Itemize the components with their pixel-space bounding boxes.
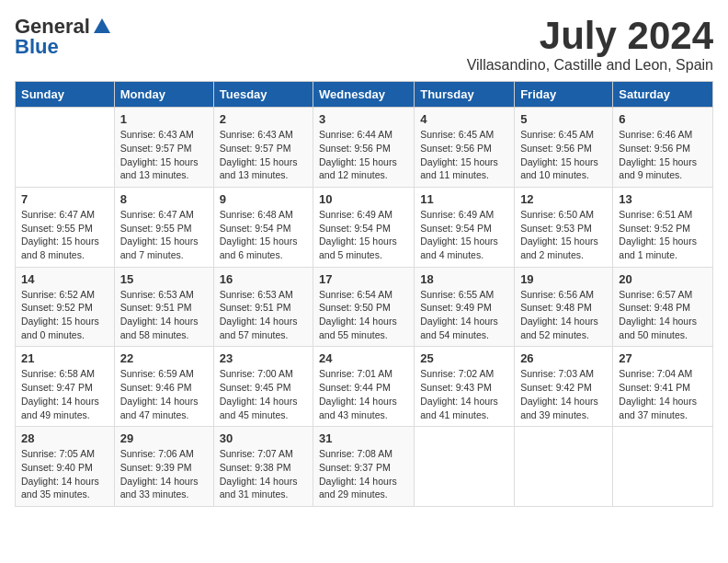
- day-number: 8: [120, 192, 208, 206]
- day-number: 5: [520, 112, 607, 126]
- svg-marker-0: [94, 18, 110, 33]
- day-info: Sunrise: 7:08 AM Sunset: 9:37 PM Dayligh…: [319, 447, 408, 501]
- day-number: 26: [520, 351, 607, 365]
- day-info: Sunrise: 6:45 AM Sunset: 9:56 PM Dayligh…: [420, 128, 508, 182]
- day-info: Sunrise: 6:58 AM Sunset: 9:47 PM Dayligh…: [21, 367, 108, 421]
- calendar-cell: 27Sunrise: 7:04 AM Sunset: 9:41 PM Dayli…: [613, 347, 713, 427]
- weekday-header-cell: Friday: [515, 82, 613, 108]
- location-subtitle: Villasandino, Castille and Leon, Spain: [467, 57, 713, 74]
- calendar-cell: 5Sunrise: 6:45 AM Sunset: 9:56 PM Daylig…: [515, 108, 613, 188]
- calendar-cell: 7Sunrise: 6:47 AM Sunset: 9:55 PM Daylig…: [16, 187, 115, 267]
- day-info: Sunrise: 6:57 AM Sunset: 9:48 PM Dayligh…: [619, 288, 707, 342]
- day-info: Sunrise: 6:46 AM Sunset: 9:56 PM Dayligh…: [619, 128, 707, 182]
- day-number: 31: [319, 431, 408, 445]
- day-info: Sunrise: 6:43 AM Sunset: 9:57 PM Dayligh…: [120, 128, 208, 182]
- day-number: 20: [619, 272, 707, 286]
- day-info: Sunrise: 6:52 AM Sunset: 9:52 PM Dayligh…: [21, 288, 108, 342]
- day-info: Sunrise: 6:59 AM Sunset: 9:46 PM Dayligh…: [120, 367, 208, 421]
- day-number: 14: [21, 272, 108, 286]
- day-number: 7: [21, 192, 108, 206]
- day-number: 13: [619, 192, 707, 206]
- day-info: Sunrise: 6:49 AM Sunset: 9:54 PM Dayligh…: [420, 208, 508, 262]
- weekday-header-cell: Tuesday: [213, 82, 313, 108]
- calendar-week-row: 14Sunrise: 6:52 AM Sunset: 9:52 PM Dayli…: [16, 267, 713, 347]
- day-info: Sunrise: 6:47 AM Sunset: 9:55 PM Dayligh…: [120, 208, 208, 262]
- logo: General Blue: [15, 15, 112, 59]
- calendar-cell: 17Sunrise: 6:54 AM Sunset: 9:50 PM Dayli…: [313, 267, 415, 347]
- day-number: 25: [420, 351, 508, 365]
- day-number: 11: [420, 192, 508, 206]
- day-number: 29: [120, 431, 208, 445]
- day-info: Sunrise: 6:56 AM Sunset: 9:48 PM Dayligh…: [520, 288, 607, 342]
- day-number: 28: [21, 431, 108, 445]
- calendar-cell: 1Sunrise: 6:43 AM Sunset: 9:57 PM Daylig…: [114, 108, 213, 188]
- day-number: 19: [520, 272, 607, 286]
- calendar-cell: [515, 427, 613, 507]
- calendar-cell: 10Sunrise: 6:49 AM Sunset: 9:54 PM Dayli…: [313, 187, 415, 267]
- day-number: 16: [220, 272, 307, 286]
- weekday-header-cell: Thursday: [415, 82, 515, 108]
- day-info: Sunrise: 6:54 AM Sunset: 9:50 PM Dayligh…: [319, 288, 408, 342]
- day-info: Sunrise: 7:05 AM Sunset: 9:40 PM Dayligh…: [21, 447, 108, 501]
- day-info: Sunrise: 6:51 AM Sunset: 9:52 PM Dayligh…: [619, 208, 707, 262]
- calendar-cell: 24Sunrise: 7:01 AM Sunset: 9:44 PM Dayli…: [313, 347, 415, 427]
- day-number: 2: [220, 112, 307, 126]
- calendar-cell: 30Sunrise: 7:07 AM Sunset: 9:38 PM Dayli…: [213, 427, 313, 507]
- day-info: Sunrise: 6:50 AM Sunset: 9:53 PM Dayligh…: [520, 208, 607, 262]
- day-info: Sunrise: 6:47 AM Sunset: 9:55 PM Dayligh…: [21, 208, 108, 262]
- calendar-cell: [16, 108, 115, 188]
- calendar-cell: 14Sunrise: 6:52 AM Sunset: 9:52 PM Dayli…: [16, 267, 115, 347]
- day-info: Sunrise: 6:43 AM Sunset: 9:57 PM Dayligh…: [220, 128, 307, 182]
- day-number: 21: [21, 351, 108, 365]
- calendar-cell: 22Sunrise: 6:59 AM Sunset: 9:46 PM Dayli…: [114, 347, 213, 427]
- calendar-table: SundayMondayTuesdayWednesdayThursdayFrid…: [15, 81, 713, 507]
- day-info: Sunrise: 6:55 AM Sunset: 9:49 PM Dayligh…: [420, 288, 508, 342]
- calendar-cell: 31Sunrise: 7:08 AM Sunset: 9:37 PM Dayli…: [313, 427, 415, 507]
- day-number: 3: [319, 112, 408, 126]
- calendar-cell: 9Sunrise: 6:48 AM Sunset: 9:54 PM Daylig…: [213, 187, 313, 267]
- day-info: Sunrise: 7:01 AM Sunset: 9:44 PM Dayligh…: [319, 367, 408, 421]
- day-number: 18: [420, 272, 508, 286]
- day-info: Sunrise: 7:00 AM Sunset: 9:45 PM Dayligh…: [220, 367, 307, 421]
- calendar-cell: 18Sunrise: 6:55 AM Sunset: 9:49 PM Dayli…: [415, 267, 515, 347]
- calendar-week-row: 28Sunrise: 7:05 AM Sunset: 9:40 PM Dayli…: [16, 427, 713, 507]
- day-number: 22: [120, 351, 208, 365]
- day-info: Sunrise: 6:44 AM Sunset: 9:56 PM Dayligh…: [319, 128, 408, 182]
- day-number: 6: [619, 112, 707, 126]
- calendar-cell: 11Sunrise: 6:49 AM Sunset: 9:54 PM Dayli…: [415, 187, 515, 267]
- day-info: Sunrise: 7:07 AM Sunset: 9:38 PM Dayligh…: [220, 447, 307, 501]
- day-number: 1: [120, 112, 208, 126]
- calendar-cell: 25Sunrise: 7:02 AM Sunset: 9:43 PM Dayli…: [415, 347, 515, 427]
- weekday-header-cell: Saturday: [613, 82, 713, 108]
- page-header: General Blue July 2024 Villasandino, Cas…: [15, 15, 713, 74]
- calendar-cell: 2Sunrise: 6:43 AM Sunset: 9:57 PM Daylig…: [213, 108, 313, 188]
- day-info: Sunrise: 6:49 AM Sunset: 9:54 PM Dayligh…: [319, 208, 408, 262]
- calendar-cell: 23Sunrise: 7:00 AM Sunset: 9:45 PM Dayli…: [213, 347, 313, 427]
- calendar-cell: 20Sunrise: 6:57 AM Sunset: 9:48 PM Dayli…: [613, 267, 713, 347]
- day-number: 30: [220, 431, 307, 445]
- calendar-week-row: 21Sunrise: 6:58 AM Sunset: 9:47 PM Dayli…: [16, 347, 713, 427]
- day-info: Sunrise: 6:53 AM Sunset: 9:51 PM Dayligh…: [120, 288, 208, 342]
- calendar-cell: 19Sunrise: 6:56 AM Sunset: 9:48 PM Dayli…: [515, 267, 613, 347]
- day-info: Sunrise: 7:03 AM Sunset: 9:42 PM Dayligh…: [520, 367, 607, 421]
- day-info: Sunrise: 7:06 AM Sunset: 9:39 PM Dayligh…: [120, 447, 208, 501]
- day-info: Sunrise: 7:02 AM Sunset: 9:43 PM Dayligh…: [420, 367, 508, 421]
- day-number: 24: [319, 351, 408, 365]
- weekday-header-cell: Sunday: [16, 82, 115, 108]
- month-year-title: July 2024: [467, 15, 713, 57]
- calendar-cell: [613, 427, 713, 507]
- calendar-cell: 13Sunrise: 6:51 AM Sunset: 9:52 PM Dayli…: [613, 187, 713, 267]
- calendar-cell: 3Sunrise: 6:44 AM Sunset: 9:56 PM Daylig…: [313, 108, 415, 188]
- calendar-cell: 16Sunrise: 6:53 AM Sunset: 9:51 PM Dayli…: [213, 267, 313, 347]
- weekday-header-cell: Monday: [114, 82, 213, 108]
- logo-blue: Blue: [15, 35, 59, 59]
- day-number: 15: [120, 272, 208, 286]
- day-info: Sunrise: 6:53 AM Sunset: 9:51 PM Dayligh…: [220, 288, 307, 342]
- day-info: Sunrise: 7:04 AM Sunset: 9:41 PM Dayligh…: [619, 367, 707, 421]
- calendar-cell: 15Sunrise: 6:53 AM Sunset: 9:51 PM Dayli…: [114, 267, 213, 347]
- logo-icon: [92, 17, 112, 37]
- day-number: 9: [220, 192, 307, 206]
- weekday-header-row: SundayMondayTuesdayWednesdayThursdayFrid…: [16, 82, 713, 108]
- day-number: 23: [220, 351, 307, 365]
- calendar-cell: 29Sunrise: 7:06 AM Sunset: 9:39 PM Dayli…: [114, 427, 213, 507]
